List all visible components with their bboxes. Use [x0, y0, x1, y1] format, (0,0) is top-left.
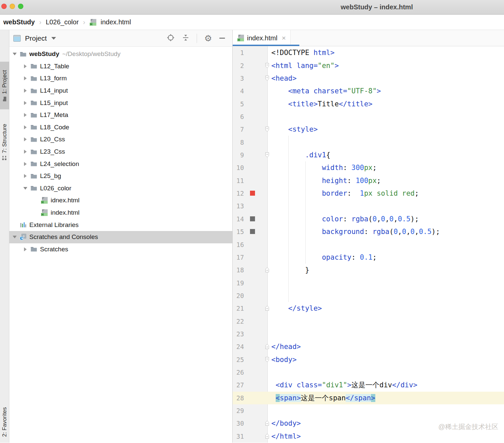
zoom-window-button[interactable]	[18, 4, 23, 9]
close-tab-icon[interactable]: ×	[282, 34, 286, 42]
code-line-5[interactable]: 5 <title>Title</title>	[233, 98, 504, 110]
code-line-9[interactable]: 9 .div1{	[233, 149, 504, 161]
code-line-10[interactable]: 10 width: 300px;	[233, 161, 504, 174]
tree-item-l25-bg[interactable]: L25_bg	[9, 170, 232, 182]
collapse-arrow-icon[interactable]	[10, 53, 19, 55]
fold-region-end-icon[interactable]	[265, 344, 269, 349]
code-line-23[interactable]: 23	[233, 328, 504, 340]
code-line-4[interactable]: 4 <meta charset="UTF-8">	[233, 85, 504, 97]
code-line-7[interactable]: 7 <style>	[233, 123, 504, 136]
chevron-down-icon[interactable]	[51, 37, 56, 40]
code-line-17[interactable]: 17 opacity: 0.1;	[233, 251, 504, 264]
toolwindow-button-favorites[interactable]: 2: Favorites	[0, 401, 9, 443]
gutter	[247, 328, 267, 340]
fold-region-icon[interactable]	[265, 152, 269, 158]
tree-item-label: L13_form	[40, 75, 67, 82]
fold-region-end-icon[interactable]	[265, 305, 269, 311]
expand-arrow-icon[interactable]	[21, 113, 30, 117]
code-line-15[interactable]: 15 background: rgba(0,0,0,0.5);	[233, 225, 504, 238]
minimize-window-button[interactable]	[10, 4, 15, 9]
tree-item-scratches-and-consoles[interactable]: ›Scratches and Consoles	[9, 231, 232, 243]
code-line-18[interactable]: 18 }	[233, 264, 504, 276]
tree-item-external-libraries[interactable]: External Libraries	[9, 219, 232, 231]
code-line-16[interactable]: 16	[233, 238, 504, 251]
fold-region-end-icon[interactable]	[265, 420, 269, 426]
tree-item-l026-color[interactable]: L026_color	[9, 182, 232, 195]
fold-region-end-icon[interactable]	[265, 267, 269, 273]
code-line-8[interactable]: 8	[233, 136, 504, 149]
gear-icon[interactable]: ⚙	[204, 35, 212, 42]
tree-item-l20-css[interactable]: L20_Css	[9, 133, 232, 146]
code-line-27[interactable]: 27 <div class="div1">这是一个div</div>	[233, 379, 504, 391]
expand-arrow-icon[interactable]	[21, 76, 30, 80]
code-line-31[interactable]: 31</html>	[233, 430, 504, 443]
locate-file-button[interactable]	[167, 34, 175, 43]
tree-item-l14-input[interactable]: L14_input	[9, 85, 232, 97]
code-line-19[interactable]: 19	[233, 277, 504, 289]
breadcrumb-item-l026-color[interactable]: L026_color	[46, 18, 79, 26]
collapse-arrow-icon[interactable]	[10, 236, 19, 238]
code-line-24[interactable]: 24</head>	[233, 340, 504, 353]
code-line-13[interactable]: 13	[233, 200, 504, 212]
fold-region-end-icon[interactable]	[265, 433, 269, 439]
tree-item-l13-form[interactable]: L13_form	[9, 72, 232, 85]
toolwindow-button-project[interactable]: 1: Project	[0, 62, 9, 109]
tree-item-index-html[interactable]: Hindex.html	[9, 207, 232, 219]
tree-item-scratches[interactable]: Scratches	[9, 243, 232, 256]
expand-arrow-icon[interactable]	[21, 174, 30, 178]
tree-item-l18-code[interactable]: L18_Code	[9, 121, 232, 134]
tree-item-l15-input[interactable]: L15_input	[9, 97, 232, 109]
expand-arrow-icon[interactable]	[21, 247, 30, 251]
tree-item-label: L23_Css	[40, 148, 65, 155]
tree-item-l24-selection[interactable]: L24_selection	[9, 158, 232, 170]
fold-region-icon[interactable]	[265, 63, 269, 68]
code-text	[267, 315, 504, 328]
breadcrumb-item-webstudy[interactable]: webStudy	[3, 18, 35, 26]
expand-arrow-icon[interactable]	[21, 162, 30, 166]
code-editor-area[interactable]: @稀土掘金技术社区 1<!DOCTYPE html>2<html lang="e…	[233, 46, 504, 443]
code-line-12[interactable]: 12 border: 1px solid red;	[233, 187, 504, 200]
code-text: <title>Title</title>	[267, 98, 504, 110]
code-line-20[interactable]: 20	[233, 289, 504, 302]
tree-item-l23-css[interactable]: L23_Css	[9, 146, 232, 158]
expand-arrow-icon[interactable]	[21, 64, 30, 68]
fold-region-icon[interactable]	[265, 75, 269, 81]
close-window-button[interactable]	[1, 4, 7, 9]
fold-region-icon[interactable]	[265, 357, 269, 362]
color-preview-swatch[interactable]	[250, 229, 255, 234]
code-line-1[interactable]: 1<!DOCTYPE html>	[233, 46, 504, 59]
breadcrumb-item-index-html[interactable]: index.html	[101, 18, 131, 26]
tree-item-l12-table[interactable]: L12_Table	[9, 60, 232, 73]
tree-item-idnex-html[interactable]: Hidnex.html	[9, 194, 232, 207]
code-line-25[interactable]: 25<body>	[233, 353, 504, 366]
expand-arrow-icon[interactable]	[21, 150, 30, 154]
code-line-3[interactable]: 3<head>	[233, 72, 504, 85]
gutter	[247, 85, 267, 97]
tree-item-label: L25_bg	[40, 172, 61, 180]
fold-region-icon[interactable]	[265, 126, 269, 132]
expand-arrow-icon[interactable]	[21, 137, 30, 141]
collapse-all-button[interactable]	[182, 34, 189, 43]
tab-index-html[interactable]: H index.html ×	[233, 30, 291, 46]
project-panel-title[interactable]: Project	[25, 34, 47, 42]
hide-panel-button[interactable]	[219, 38, 225, 39]
code-line-6[interactable]: 6	[233, 110, 504, 123]
code-line-14[interactable]: 14 color: rgba(0,0,0,0.5);	[233, 213, 504, 225]
code-line-21[interactable]: 21 </style>	[233, 302, 504, 315]
code-line-11[interactable]: 11 height: 100px;	[233, 174, 504, 187]
code-line-22[interactable]: 22	[233, 315, 504, 328]
code-line-28[interactable]: 28 <span>这是一个span</span>	[233, 392, 504, 404]
expand-arrow-icon[interactable]	[21, 101, 30, 105]
color-preview-swatch[interactable]	[250, 216, 255, 221]
code-line-29[interactable]: 29	[233, 404, 504, 417]
toolwindow-button-structure[interactable]: 7: Structure	[0, 113, 9, 171]
breadcrumb: webStudy › L026_color › H index.html	[0, 15, 504, 30]
tree-item-l17-meta[interactable]: L17_Meta	[9, 109, 232, 121]
code-line-2[interactable]: 2<html lang="en">	[233, 59, 504, 72]
code-line-26[interactable]: 26	[233, 366, 504, 379]
expand-arrow-icon[interactable]	[21, 125, 30, 129]
expand-arrow-icon[interactable]	[21, 89, 30, 93]
collapse-arrow-icon[interactable]	[21, 187, 30, 190]
tree-item-webstudy[interactable]: webStudy~/Desktop/webStudy	[9, 48, 232, 60]
color-preview-swatch[interactable]	[250, 191, 255, 196]
